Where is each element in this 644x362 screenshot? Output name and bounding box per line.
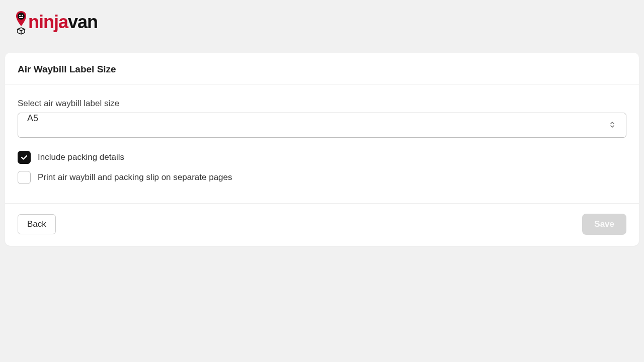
card-footer: Back Save [5,203,639,246]
card-title: Air Waybill Label Size [18,64,626,75]
separate-pages-checkbox[interactable] [18,171,31,184]
include-packing-label: Include packing details [38,152,124,162]
size-select[interactable]: A5 [18,113,626,138]
include-packing-checkbox[interactable] [18,151,31,164]
svg-point-0 [18,13,25,20]
settings-card: Air Waybill Label Size Select air waybil… [5,53,639,246]
svg-rect-3 [19,17,23,18]
logo-area: ninjavan [5,0,639,44]
svg-point-1 [19,15,21,17]
check-icon [20,153,28,161]
logo-ninja-text: ninja [28,12,69,32]
logo-van-text: van [68,12,98,32]
card-body: Select air waybill label size A5 Include… [5,84,639,203]
ninjavan-logo: ninjavan [14,9,112,39]
save-button[interactable]: Save [582,214,626,235]
separate-pages-label: Print air waybill and packing slip on se… [38,172,232,183]
svg-text:ninjavan: ninjavan [28,12,98,32]
back-button[interactable]: Back [18,214,56,234]
svg-point-2 [22,15,23,17]
size-label: Select air waybill label size [18,99,626,109]
card-header: Air Waybill Label Size [5,53,639,84]
